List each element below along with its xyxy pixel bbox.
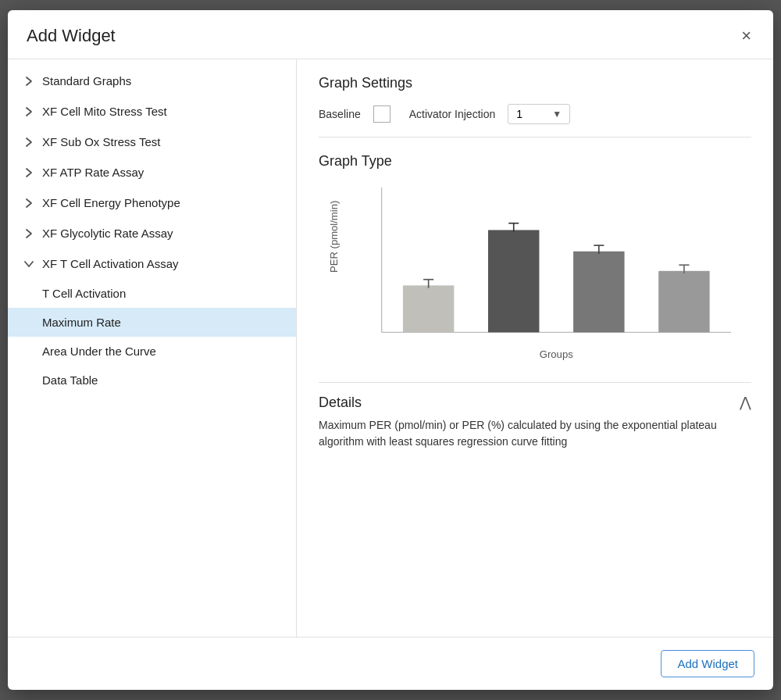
- details-title: Details: [319, 395, 362, 411]
- chevron-right-icon: [23, 76, 34, 87]
- dialog-body: Standard Graphs XF Cell Mito Stress Test…: [8, 59, 773, 637]
- dialog-header: Add Widget ×: [8, 10, 773, 59]
- svg-text:Groups: Groups: [540, 348, 573, 360]
- details-text: Maximum PER (pmol/min) or PER (%) calcul…: [319, 417, 751, 450]
- graph-settings-title: Graph Settings: [319, 75, 751, 91]
- sidebar-item-xf-cell-energy[interactable]: XF Cell Energy Phenotype: [8, 188, 296, 218]
- sidebar-item-label: XF Cell Mito Stress Test: [42, 105, 167, 118]
- add-widget-button[interactable]: Add Widget: [661, 650, 754, 677]
- chevron-right-icon: [23, 137, 34, 148]
- sidebar-item-label: XF Cell Energy Phenotype: [42, 196, 180, 209]
- sidebar-item-label: XF ATP Rate Assay: [42, 166, 144, 179]
- sidebar-item-standard-graphs[interactable]: Standard Graphs: [8, 66, 296, 96]
- sidebar-item-xf-glycolytic[interactable]: XF Glycolytic Rate Assay: [8, 218, 296, 248]
- chevron-right-icon: [23, 198, 34, 209]
- sidebar-sub-item-t-cell-activation[interactable]: T Cell Activation: [8, 279, 296, 308]
- activator-injection-select[interactable]: 1 ▼: [508, 104, 570, 124]
- sidebar-sub-item-maximum-rate[interactable]: Maximum Rate: [8, 308, 296, 337]
- activator-select-value: 1: [516, 108, 522, 120]
- sidebar: Standard Graphs XF Cell Mito Stress Test…: [8, 59, 297, 637]
- activator-injection-label: Activator Injection: [409, 108, 496, 120]
- dialog-footer: Add Widget: [8, 637, 773, 690]
- svg-rect-8: [573, 252, 624, 333]
- sidebar-sub-item-area-under-curve[interactable]: Area Under the Curve: [8, 337, 296, 366]
- sidebar-item-xf-atp[interactable]: XF ATP Rate Assay: [8, 157, 296, 188]
- svg-rect-2: [403, 285, 454, 332]
- chevron-right-icon: [23, 106, 34, 117]
- sidebar-item-label: XF T Cell Activation Assay: [42, 257, 179, 270]
- svg-rect-11: [658, 271, 709, 333]
- sidebar-item-label: Standard Graphs: [42, 74, 131, 88]
- svg-rect-5: [488, 230, 539, 332]
- graph-type-section: Graph Type: [319, 153, 751, 366]
- baseline-checkbox[interactable]: [373, 105, 390, 123]
- sidebar-item-xf-t-cell[interactable]: XF T Cell Activation Assay: [8, 248, 296, 279]
- graph-type-title: Graph Type: [319, 153, 751, 170]
- chevron-right-icon: [23, 228, 34, 239]
- chart-container: PER (pmol/min) Groups: [319, 179, 751, 366]
- sidebar-item-xf-sub-ox[interactable]: XF Sub Ox Stress Test: [8, 127, 296, 157]
- sidebar-item-xf-cell-mito[interactable]: XF Cell Mito Stress Test: [8, 96, 296, 127]
- graph-settings-row: Baseline Activator Injection 1 ▼: [319, 104, 751, 138]
- chevron-right-icon: [23, 167, 34, 178]
- sidebar-item-label: XF Glycolytic Rate Assay: [42, 227, 173, 240]
- dropdown-arrow-icon: ▼: [552, 109, 562, 120]
- graph-settings-section: Graph Settings Baseline Activator Inject…: [319, 75, 751, 138]
- sub-item-label: T Cell Activation: [42, 287, 126, 300]
- details-header: Details ⋀: [319, 394, 751, 411]
- svg-text:PER (pmol/min): PER (pmol/min): [328, 201, 340, 273]
- add-widget-dialog: Add Widget × Standard Graphs XF Cell Mit…: [8, 10, 773, 690]
- chevron-down-icon: [23, 259, 34, 270]
- main-content: Graph Settings Baseline Activator Inject…: [297, 59, 773, 637]
- sub-item-label: Maximum Rate: [42, 316, 121, 329]
- sidebar-item-label: XF Sub Ox Stress Test: [42, 135, 160, 148]
- collapse-button[interactable]: ⋀: [740, 394, 751, 411]
- baseline-label: Baseline: [319, 108, 361, 120]
- sidebar-sub-item-data-table[interactable]: Data Table: [8, 366, 296, 395]
- sub-item-label: Data Table: [42, 373, 98, 387]
- details-section: Details ⋀ Maximum PER (pmol/min) or PER …: [319, 382, 751, 450]
- bar-chart: PER (pmol/min) Groups: [319, 179, 751, 366]
- dialog-title: Add Widget: [27, 26, 116, 46]
- sub-item-label: Area Under the Curve: [42, 345, 156, 358]
- close-button[interactable]: ×: [738, 24, 754, 48]
